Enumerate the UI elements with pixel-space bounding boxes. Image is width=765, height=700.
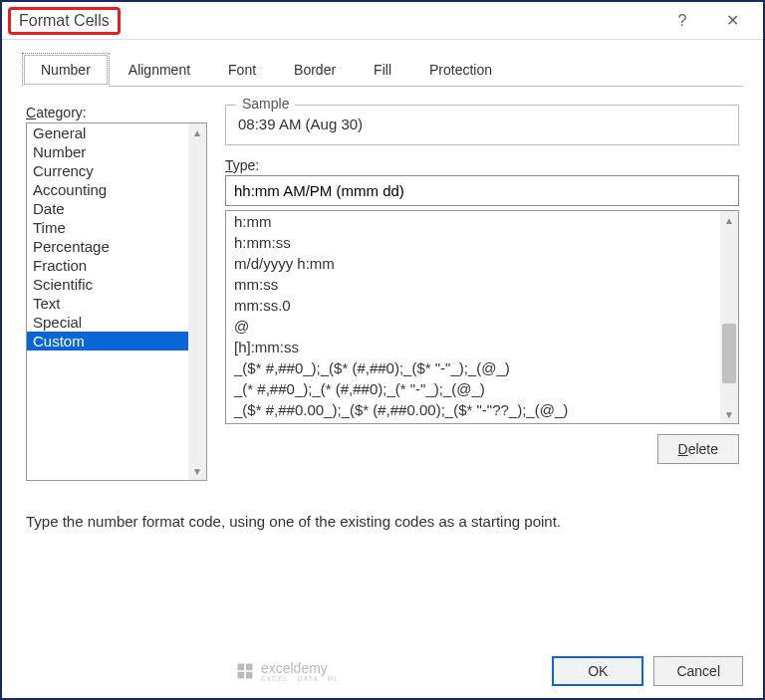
format-item[interactable]: _($* #,##0_);_($* (#,##0);_($* "-"_);_(@… (226, 357, 720, 378)
category-item-accounting[interactable]: Accounting (27, 180, 188, 199)
category-item-currency[interactable]: Currency (27, 161, 188, 180)
sample-label: Sample (236, 96, 295, 112)
format-scrollbar[interactable]: ▲ ▼ (720, 211, 738, 423)
format-item[interactable]: _($* #,##0.00_);_($* (#,##0.00);_($* "-"… (226, 399, 720, 420)
format-item[interactable]: [h]:mm:ss (226, 337, 720, 357)
ok-button[interactable]: OK (552, 656, 643, 686)
help-button[interactable]: ? (657, 3, 707, 39)
category-item-scientific[interactable]: Scientific (27, 275, 188, 294)
category-label: Category: (26, 105, 207, 120)
category-item-fraction[interactable]: Fraction (27, 256, 188, 275)
format-item[interactable]: @ (226, 316, 720, 337)
sample-value: 08:39 AM (Aug 30) (238, 116, 726, 132)
category-item-percentage[interactable]: Percentage (27, 237, 188, 256)
category-scrollbar[interactable]: ▲ ▼ (188, 123, 206, 480)
format-cells-dialog: Format Cells ? ✕ Number Alignment Font B… (0, 0, 765, 700)
category-item-special[interactable]: Special (27, 313, 188, 332)
cancel-button[interactable]: Cancel (653, 656, 743, 686)
category-item-general[interactable]: General (27, 123, 188, 142)
watermark-sub: EXCEL · DATA · ML (261, 675, 339, 682)
hint-text: Type the number format code, using one o… (22, 513, 743, 530)
category-item-text[interactable]: Text (27, 294, 188, 313)
sample-group: Sample 08:39 AM (Aug 30) (225, 105, 739, 145)
watermark-icon (235, 661, 255, 681)
tab-alignment[interactable]: Alignment (110, 53, 209, 87)
format-listbox[interactable]: h:mm h:mm:ss m/d/yyyy h:mm mm:ss mm:ss.0… (225, 210, 739, 424)
tab-number[interactable]: Number (22, 53, 110, 87)
tab-border[interactable]: Border (275, 53, 355, 87)
watermark: exceldemy EXCEL · DATA · ML (22, 661, 552, 682)
format-item[interactable]: m/d/yyyy h:mm (226, 253, 720, 274)
tab-fill[interactable]: Fill (355, 53, 410, 87)
format-item[interactable]: h:mm:ss (226, 232, 720, 253)
delete-button[interactable]: Delete (657, 434, 739, 464)
format-item[interactable]: _(* #,##0_);_(* (#,##0);_(* "-"_);_(@_) (226, 378, 720, 399)
type-label: Type: (225, 157, 739, 173)
window-title: Format Cells (8, 7, 121, 35)
scroll-down-icon[interactable]: ▼ (720, 405, 738, 423)
scroll-thumb[interactable] (722, 324, 736, 383)
watermark-name: exceldemy (261, 661, 339, 675)
tab-protection[interactable]: Protection (410, 53, 511, 87)
format-item[interactable]: _(* #,##0.00_);_(* (#,##0.00);_(* "-"??_… (226, 420, 720, 424)
format-item[interactable]: h:mm (226, 211, 720, 232)
category-item-number[interactable]: Number (27, 142, 188, 161)
scroll-up-icon[interactable]: ▲ (188, 123, 206, 141)
scroll-down-icon[interactable]: ▼ (188, 462, 206, 480)
category-item-custom[interactable]: Custom (27, 332, 188, 350)
type-input[interactable] (225, 175, 739, 206)
close-button[interactable]: ✕ (707, 3, 757, 39)
format-item[interactable]: mm:ss.0 (226, 295, 720, 316)
titlebar: Format Cells ? ✕ (2, 2, 763, 40)
category-listbox[interactable]: General Number Currency Accounting Date … (26, 122, 207, 481)
format-item[interactable]: mm:ss (226, 274, 720, 295)
tab-font[interactable]: Font (209, 53, 275, 87)
category-item-date[interactable]: Date (27, 199, 188, 218)
scroll-up-icon[interactable]: ▲ (720, 211, 738, 229)
category-item-time[interactable]: Time (27, 218, 188, 237)
tabstrip: Number Alignment Font Border Fill Protec… (22, 52, 743, 87)
